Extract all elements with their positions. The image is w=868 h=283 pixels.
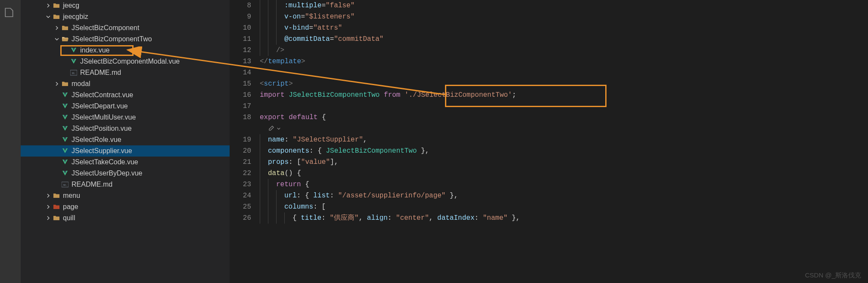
token-pl [380, 89, 384, 101]
code-line[interactable]: components: { JSelectBizComponentTwo }, [260, 145, 868, 157]
line-number: 14 [230, 67, 251, 78]
code-line[interactable]: export default { [260, 112, 868, 123]
line-number: 24 [230, 190, 251, 201]
token-attr: url [284, 190, 297, 201]
token-pl: = [321, 0, 326, 11]
code-line[interactable] [260, 67, 868, 78]
file-explorer[interactable]: jeecgjeecgbizJSelectBizComponentJSelectB… [21, 0, 230, 283]
code-line[interactable]: </template> [260, 56, 868, 67]
code-line[interactable]: name: "JSelectSupplier", [260, 134, 868, 145]
chevron-none-icon [62, 69, 69, 76]
code-line[interactable]: props: ["value"], [260, 157, 868, 168]
chevron-down-icon[interactable] [45, 13, 52, 20]
code-line[interactable] [260, 101, 868, 112]
folder-icon [61, 24, 69, 32]
file-tree-item[interactable]: menu [21, 190, 230, 201]
code-line[interactable]: v-on="$listeners" [260, 11, 868, 22]
chevron-right-icon[interactable] [45, 203, 52, 210]
chevron-right-icon[interactable] [45, 192, 52, 199]
code-line[interactable]: /> [260, 45, 868, 56]
code-line[interactable]: <script> [260, 78, 868, 89]
token-pl: = [309, 22, 314, 34]
files-icon[interactable] [3, 7, 17, 21]
file-label: jeecgbiz [63, 13, 88, 21]
token-pl: , [429, 212, 437, 224]
code-line[interactable]: import JSelectBizComponentTwo from './JS… [260, 89, 868, 101]
code-line[interactable]: url: { list: "/asset/supplierinfo/page" … [260, 190, 868, 201]
code-editor[interactable]: 891011121314151617181920212223242526 :mu… [230, 0, 868, 283]
file-label: jeecg [63, 2, 79, 9]
file-label: JSelectTakeCode.vue [72, 158, 138, 166]
code-content[interactable]: :multiple="false"v-on="$listeners"v-bind… [260, 0, 868, 283]
code-line[interactable]: return { [260, 179, 868, 190]
code-line[interactable]: v-bind="attrs" [260, 22, 868, 34]
folder-icon [53, 214, 60, 222]
code-line[interactable]: { title: "供应商", align: "center", dataInd… [260, 212, 868, 224]
chevron-right-icon[interactable] [53, 25, 60, 31]
token-str: "$listeners" [305, 11, 355, 22]
vue-icon [61, 125, 69, 132]
chevron-right-icon[interactable] [53, 80, 60, 87]
code-line[interactable] [260, 123, 868, 134]
file-tree-item[interactable]: index.vue [21, 45, 230, 56]
file-tree-item[interactable]: JSelectMultiUser.vue [21, 112, 230, 123]
line-number: 20 [230, 145, 251, 157]
chevron-none-icon [53, 103, 60, 110]
token-el: script [264, 78, 289, 89]
line-number: 21 [230, 157, 251, 168]
activity-bar[interactable] [0, 0, 21, 283]
vue-icon [61, 147, 69, 155]
file-tree-item[interactable]: jeecg [21, 0, 230, 11]
svg-text:M↓: M↓ [72, 72, 75, 74]
folder-open-icon [61, 35, 69, 43]
code-line[interactable]: data() { [260, 168, 868, 179]
folder-red-icon [53, 203, 60, 211]
codelens-icon[interactable] [260, 123, 281, 134]
file-tree-item[interactable]: page [21, 201, 230, 212]
chevron-none-icon [62, 58, 69, 65]
chevron-none-icon [53, 92, 60, 98]
file-tree-item[interactable]: jeecgbiz [21, 11, 230, 22]
vue-icon [61, 91, 69, 99]
file-tree-item[interactable]: JSelectRole.vue [21, 134, 230, 145]
file-tree-item[interactable]: modal [21, 78, 230, 89]
file-tree-item[interactable]: JSelectDepart.vue [21, 101, 230, 112]
token-attr: :multiple [284, 0, 321, 11]
token-attr: @commitData [284, 34, 330, 45]
file-tree-item[interactable]: JSelectBizComponent [21, 22, 230, 34]
file-tree-item[interactable]: JSelectSupplier.vue [21, 145, 230, 157]
token-kw: return [276, 179, 301, 190]
file-tree-item[interactable]: quill [21, 212, 230, 224]
code-line[interactable]: :multiple="false" [260, 0, 868, 11]
token-str: "name" [483, 212, 508, 224]
token-fn: data [268, 168, 284, 179]
token-pl: , [363, 134, 367, 145]
file-tree-item[interactable]: M↓README.md [21, 179, 230, 190]
file-tree-item[interactable]: JSelectUserByDep.vue [21, 168, 230, 179]
file-label: modal [72, 80, 90, 88]
chevron-right-icon[interactable] [45, 2, 52, 9]
token-tag: </ [260, 56, 268, 67]
md-icon: M↓ [70, 69, 78, 77]
token-pl: : [321, 212, 330, 224]
code-line[interactable]: @commitData="commitData" [260, 34, 868, 45]
chevron-right-icon[interactable] [45, 215, 52, 221]
token-str: './JSelectBizComponentTwo' [404, 89, 512, 101]
line-number: 17 [230, 101, 251, 112]
file-tree-item[interactable]: JSelectBizComponentModal.vue [21, 56, 230, 67]
file-tree-item[interactable]: JSelectContract.vue [21, 89, 230, 101]
vue-icon [61, 158, 69, 166]
line-number: 15 [230, 78, 251, 89]
token-pl [400, 89, 404, 101]
chevron-down-icon[interactable] [53, 36, 60, 43]
line-number: 10 [230, 22, 251, 34]
file-tree-item[interactable]: JSelectBizComponentTwo [21, 34, 230, 45]
code-line[interactable]: columns: [ [260, 201, 868, 212]
file-tree-item[interactable]: JSelectPosition.vue [21, 123, 230, 134]
folder-icon [53, 13, 60, 21]
token-attr: columns [284, 201, 313, 212]
file-label: JSelectUserByDep.vue [72, 169, 143, 177]
file-tree-item[interactable]: JSelectTakeCode.vue [21, 157, 230, 168]
token-pl: : { [309, 145, 326, 157]
file-tree-item[interactable]: M↓README.md [21, 67, 230, 78]
